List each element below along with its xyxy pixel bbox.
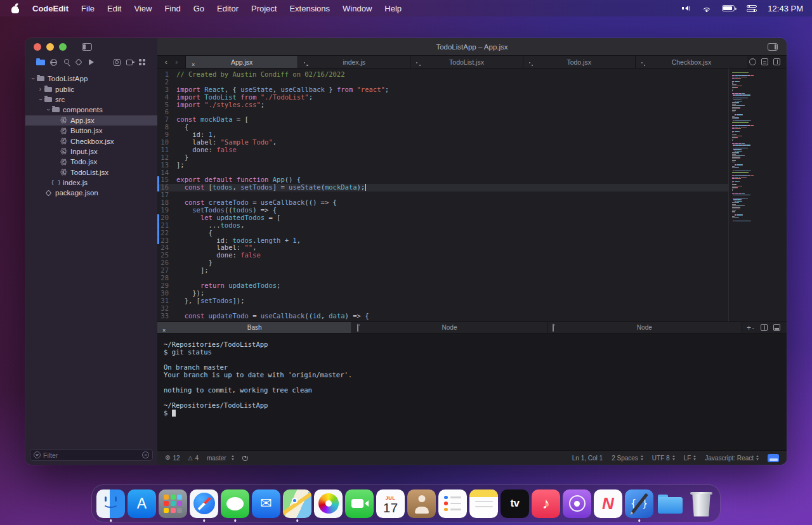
- errors-indicator[interactable]: ⊗ 12: [165, 455, 180, 462]
- zoom-window-button[interactable]: [59, 43, 67, 51]
- tests-navigator-icon[interactable]: [111, 58, 122, 67]
- package-navigator-icon[interactable]: [73, 58, 84, 67]
- code-line[interactable]: 8 {: [157, 124, 728, 131]
- code-line[interactable]: 27 ];: [157, 267, 728, 275]
- code-line[interactable]: 11 done: false: [157, 146, 728, 154]
- find-navigator-icon[interactable]: [60, 58, 72, 67]
- grid-navigator-icon[interactable]: [136, 58, 148, 67]
- dock-reminders[interactable]: [438, 489, 467, 518]
- toggle-terminal-icon[interactable]: [768, 454, 779, 462]
- tree-item-todolistapp[interactable]: ›TodoListApp: [25, 74, 157, 84]
- menu-help[interactable]: Help: [378, 4, 408, 13]
- menu-codeedit[interactable]: CodeEdit: [26, 4, 75, 13]
- dock-podcasts[interactable]: [563, 489, 591, 518]
- menu-editor[interactable]: Editor: [211, 4, 245, 13]
- tree-item-todolist.jsx[interactable]: TodoList.jsx: [25, 167, 157, 178]
- code-line[interactable]: 7const mockData = [: [157, 116, 728, 124]
- status-javascript-react[interactable]: Javascript: React: [705, 455, 759, 462]
- dock-maps[interactable]: [283, 489, 311, 518]
- minimap[interactable]: [728, 68, 787, 321]
- code-line[interactable]: 1// Created by Austin Condiff on 02/16/2…: [157, 71, 728, 79]
- dock-finder[interactable]: [96, 489, 125, 518]
- tree-item-package.json[interactable]: package.json: [25, 188, 157, 198]
- menu-extensions[interactable]: Extensions: [283, 4, 336, 13]
- tab-app.jsx[interactable]: App.jsx: [185, 56, 298, 68]
- menu-project[interactable]: Project: [245, 4, 283, 13]
- close-window-button[interactable]: [34, 43, 41, 51]
- project-navigator-icon[interactable]: [35, 58, 46, 67]
- terminal-tab-node-2[interactable]: Node: [547, 322, 742, 333]
- code-line[interactable]: 26 }: [157, 259, 728, 267]
- code-line[interactable]: 13];: [157, 162, 728, 169]
- filter-input[interactable]: [43, 451, 140, 459]
- run-navigator-icon[interactable]: [86, 58, 97, 67]
- code-line[interactable]: 10 label: "Sample Todo",: [157, 139, 728, 146]
- branch-selector[interactable]: master: [207, 455, 234, 462]
- dock-calendar[interactable]: JUL17: [376, 489, 405, 518]
- toggle-inspector-icon[interactable]: [768, 43, 778, 51]
- tab-todo.jsx[interactable]: Todo.jsx: [523, 56, 635, 68]
- menu-find[interactable]: Find: [158, 4, 187, 13]
- menu-window[interactable]: Window: [336, 4, 378, 13]
- code-line[interactable]: 21 ...todos,: [157, 222, 728, 230]
- code-line[interactable]: 25 done: false: [157, 252, 728, 259]
- code-line[interactable]: 16 const [todos, setTodos] = useState(mo…: [157, 184, 728, 191]
- menu-edit[interactable]: Edit: [101, 4, 128, 13]
- forward-icon[interactable]: ›: [175, 58, 178, 66]
- chevron-icon[interactable]: ›: [37, 86, 44, 93]
- status-ln-1-col-1[interactable]: Ln 1, Col 1: [572, 455, 603, 462]
- terminal[interactable]: ~/Repositories/TodoListApp$ git statusOn…: [157, 334, 787, 450]
- code-line[interactable]: 31 }, [setTodos]);: [157, 297, 728, 305]
- dock-music[interactable]: ♪: [532, 489, 560, 518]
- code-line[interactable]: 33 const updateTodo = useCallback((id, d…: [157, 313, 728, 320]
- dock-photos[interactable]: [314, 489, 343, 518]
- maximize-panel-icon[interactable]: [773, 324, 780, 331]
- dock-launchpad[interactable]: [159, 489, 187, 518]
- battery-icon[interactable]: [722, 5, 735, 11]
- dock-safari[interactable]: [190, 489, 218, 518]
- warnings-indicator[interactable]: △ 4: [188, 455, 199, 462]
- status-lf[interactable]: LF: [684, 455, 697, 462]
- terminal-tab-node-1[interactable]: Node: [352, 322, 547, 333]
- chevron-icon[interactable]: ›: [30, 75, 36, 82]
- dock-folder[interactable]: [656, 489, 684, 518]
- menu-bar-clock[interactable]: 12:43 PM: [768, 4, 803, 13]
- status-utf-8[interactable]: UTF 8: [652, 455, 675, 462]
- menu-go[interactable]: Go: [187, 4, 211, 13]
- split-editor-icon[interactable]: [773, 58, 780, 65]
- code-line[interactable]: 5import "./styles.css";: [157, 101, 728, 109]
- dock-facetime[interactable]: [345, 489, 374, 518]
- sync-icon[interactable]: [242, 455, 248, 461]
- dock-messages[interactable]: [221, 489, 249, 518]
- menu-view[interactable]: View: [128, 4, 158, 13]
- tab-todolist.jsx[interactable]: TodoList.jsx: [410, 56, 522, 68]
- wifi-icon[interactable]: [702, 5, 711, 12]
- tree-item-index.js[interactable]: { }index.js: [25, 178, 157, 188]
- swap-editor-icon[interactable]: [761, 58, 768, 65]
- chevron-icon[interactable]: ›: [45, 107, 51, 113]
- apple-menu-icon[interactable]: [11, 4, 20, 13]
- source-control-icon[interactable]: [48, 58, 59, 67]
- tab-index.js[interactable]: index.js: [298, 56, 410, 68]
- dock-trash[interactable]: [687, 489, 716, 518]
- tree-item-todo.jsx[interactable]: Todo.jsx: [25, 157, 157, 167]
- chevron-icon[interactable]: ›: [37, 96, 44, 103]
- more-options-icon[interactable]: [749, 58, 756, 65]
- add-terminal-icon[interactable]: +⌄: [747, 325, 755, 331]
- terminal-tab-bash-0[interactable]: Bash: [157, 322, 352, 333]
- tab-checkbox.jsx[interactable]: Checkbox.jsx: [635, 56, 747, 68]
- tree-item-button.jsx[interactable]: Button.jsx: [25, 126, 157, 136]
- status-2-spaces[interactable]: 2 Spaces: [612, 455, 643, 462]
- tree-item-input.jsx[interactable]: Input.jsx: [25, 146, 157, 157]
- tree-item-app.jsx[interactable]: App.jsx: [25, 115, 157, 126]
- code-line[interactable]: 12 }: [157, 154, 728, 162]
- tree-item-public[interactable]: ›public: [25, 84, 157, 94]
- menu-file[interactable]: File: [75, 4, 101, 13]
- window-titlebar[interactable]: TodoListApp – App.jsx: [157, 38, 787, 56]
- back-icon[interactable]: ‹: [165, 58, 167, 66]
- control-center-icon[interactable]: [747, 5, 757, 12]
- dock-tv[interactable]: tv: [501, 489, 529, 518]
- split-terminal-icon[interactable]: [761, 324, 768, 331]
- filter-options-icon[interactable]: ≡: [142, 451, 149, 458]
- dock-contacts[interactable]: [407, 489, 436, 518]
